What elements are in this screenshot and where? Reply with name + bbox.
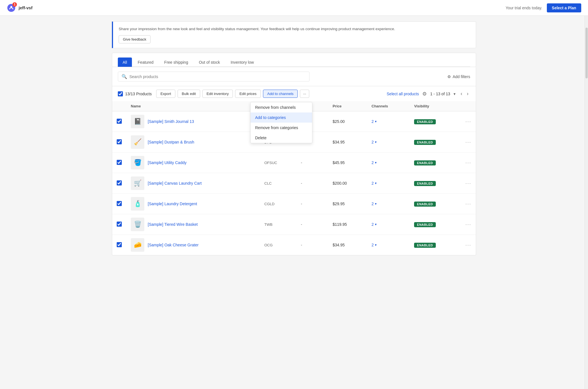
row-checkbox-cell <box>112 214 126 235</box>
select-all-products-button[interactable]: Select all products <box>387 92 419 96</box>
channels-dropdown-icon[interactable]: ▾ <box>375 243 377 247</box>
scrollbar-thumb[interactable] <box>585 28 588 78</box>
row-checkbox[interactable] <box>117 160 122 165</box>
name-cell: 🗑️ [Sample] Tiered Wire Basket <box>131 218 255 231</box>
more-actions-button[interactable]: ··· <box>300 90 309 98</box>
product-name-link[interactable]: [Sample] Smith Journal 13 <box>148 119 194 124</box>
name-cell: 🛒 [Sample] Canvas Laundry Cart <box>131 176 255 190</box>
product-thumbnail: 🛒 <box>131 176 144 190</box>
product-thumbnail: 🧴 <box>131 197 144 211</box>
row-actions-cell: ··· <box>461 152 476 173</box>
product-name-link[interactable]: [Sample] Tiered Wire Basket <box>148 222 198 227</box>
row-name-cell: 📓 [Sample] Smith Journal 13 <box>126 111 260 132</box>
name-cell: 🧴 [Sample] Laundry Detergent <box>131 197 255 211</box>
channels-dropdown-icon[interactable]: ▾ <box>375 120 377 123</box>
channels-dropdown-icon[interactable]: ▾ <box>375 161 377 165</box>
tab-featured[interactable]: Featured <box>133 58 158 67</box>
row-actions-cell: ··· <box>461 214 476 235</box>
row-more-actions[interactable]: ··· <box>465 201 471 207</box>
row-name-cell: 🪣 [Sample] Utility Caddy <box>126 152 260 173</box>
search-input[interactable] <box>129 74 306 79</box>
channels-dropdown-icon[interactable]: ▾ <box>375 181 377 185</box>
pagination-dropdown-icon[interactable]: ▾ <box>454 92 456 96</box>
tab-inventory-low[interactable]: Inventory low <box>226 58 258 67</box>
row-checkbox-cell <box>112 132 126 152</box>
table-row: 🛒 [Sample] Canvas Laundry Cart CLC - $20… <box>112 173 476 194</box>
th-channels: Channels <box>367 101 410 111</box>
search-input-wrap[interactable]: 🔍 <box>118 72 310 81</box>
dropdown-item-delete[interactable]: Delete <box>251 133 312 143</box>
row-more-actions[interactable]: ··· <box>465 222 471 227</box>
product-thumbnail: 🧀 <box>131 238 144 252</box>
row-channels-cell: 2 ▾ <box>367 194 410 214</box>
edit-inventory-button[interactable]: Edit inventory <box>202 90 233 98</box>
channels-dropdown-icon[interactable]: ▾ <box>375 222 377 226</box>
row-actions-cell: ··· <box>461 194 476 214</box>
channels-cell: 2 ▾ <box>372 119 405 124</box>
edit-prices-button[interactable]: Edit prices <box>235 90 261 98</box>
dropdown-item-remove-from-channels[interactable]: Remove from channels <box>251 102 312 112</box>
feedback-text: Share your impression from the new look … <box>119 26 470 32</box>
add-filters-button[interactable]: ⚙ Add filters <box>447 74 470 79</box>
product-name-link[interactable]: [Sample] Utility Caddy <box>148 160 187 165</box>
row-checkbox[interactable] <box>117 180 122 185</box>
row-price: $34.95 <box>328 235 367 255</box>
tabs-container: All Featured Free shipping Out of stock … <box>112 53 476 67</box>
row-visibility-cell: ENABLED <box>410 111 461 132</box>
row-checkbox[interactable] <box>117 222 122 227</box>
pagination-info: 1 - 13 of 13 <box>430 92 450 96</box>
row-price: $29.95 <box>328 194 367 214</box>
row-more-actions[interactable]: ··· <box>465 242 471 248</box>
channels-cell: 2 ▾ <box>372 181 405 185</box>
row-channels-cell: 2 ▾ <box>367 214 410 235</box>
product-name-link[interactable]: [Sample] Oak Cheese Grater <box>148 243 199 247</box>
channels-dropdown-icon[interactable]: ▾ <box>375 140 377 144</box>
next-page-button[interactable]: › <box>465 90 470 97</box>
row-stock: - <box>296 152 328 173</box>
scrollbar-track[interactable] <box>585 16 588 262</box>
row-more-actions[interactable]: ··· <box>465 160 471 165</box>
dropdown-item-add-to-categories[interactable]: Add to categories <box>251 112 312 123</box>
channels-count: 2 <box>372 119 374 124</box>
search-icon: 🔍 <box>121 74 127 79</box>
export-button[interactable]: Export <box>156 90 175 98</box>
select-plan-button[interactable]: Select a Plan <box>547 3 581 12</box>
table-settings-button[interactable]: ⚙ <box>422 91 427 97</box>
channels-dropdown-icon[interactable]: ▾ <box>375 202 377 206</box>
row-checkbox[interactable] <box>117 139 122 144</box>
row-stock: - <box>296 173 328 194</box>
svg-point-1 <box>10 6 12 8</box>
bulk-edit-button[interactable]: Bulk edit <box>178 90 200 98</box>
product-name-link[interactable]: [Sample] Dustpan & Brush <box>148 140 194 144</box>
product-name-link[interactable]: [Sample] Laundry Detergent <box>148 202 197 206</box>
row-visibility-cell: ENABLED <box>410 132 461 152</box>
product-name-link[interactable]: [Sample] Canvas Laundry Cart <box>148 181 202 185</box>
row-checkbox[interactable] <box>117 119 122 124</box>
search-row: 🔍 ⚙ Add filters <box>112 67 476 86</box>
row-more-actions[interactable]: ··· <box>465 180 471 186</box>
row-checkbox[interactable] <box>117 201 122 206</box>
row-channels-cell: 2 ▾ <box>367 173 410 194</box>
product-thumbnail: 🧹 <box>131 135 144 149</box>
prev-page-button[interactable]: ‹ <box>459 90 464 97</box>
dropdown-item-remove-from-categories[interactable]: Remove from categories <box>251 123 312 133</box>
product-thumbnail: 🪣 <box>131 156 144 169</box>
row-checkbox-cell <box>112 173 126 194</box>
add-to-channels-button[interactable]: Add to channels <box>263 90 298 98</box>
row-sku: OFSUC <box>260 152 297 173</box>
tab-all[interactable]: All <box>118 58 132 67</box>
tab-out-of-stock[interactable]: Out of stock <box>194 58 225 67</box>
channels-cell: 2 ▾ <box>372 243 405 247</box>
row-more-actions[interactable]: ··· <box>465 139 471 145</box>
row-stock: - <box>296 194 328 214</box>
row-checkbox[interactable] <box>117 242 122 247</box>
tab-free-shipping[interactable]: Free shipping <box>160 58 193 67</box>
toolbar-right: Select all products ⚙ 1 - 13 of 13 ▾ ‹ › <box>387 90 470 97</box>
select-all-checkbox[interactable] <box>118 91 123 96</box>
visibility-badge: ENABLED <box>414 119 436 124</box>
give-feedback-button[interactable]: Give feedback <box>119 35 151 43</box>
row-actions-cell: ··· <box>461 111 476 132</box>
row-more-actions[interactable]: ··· <box>465 119 471 124</box>
name-cell: 🧀 [Sample] Oak Cheese Grater <box>131 238 255 252</box>
channels-count: 2 <box>372 160 374 165</box>
